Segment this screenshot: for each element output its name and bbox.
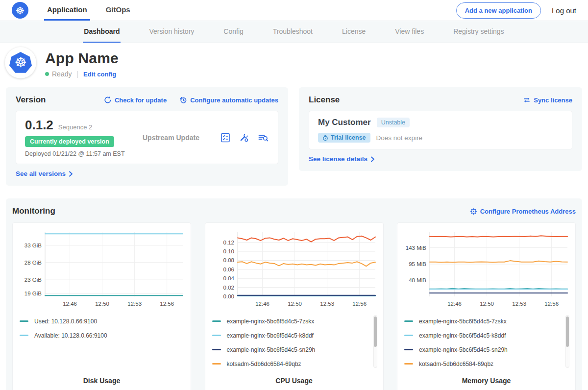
app-avatar: ☸ [5, 47, 36, 78]
legend-label: Used: 10.128.0.66:9100 [34, 318, 97, 325]
tab-gitops-label: GitOps [106, 5, 130, 14]
release-notes-icon[interactable] [220, 132, 231, 143]
svg-text:48 MiB: 48 MiB [409, 277, 426, 283]
check-for-update-link[interactable]: Check for update [104, 96, 167, 104]
svg-text:28 GiB: 28 GiB [24, 260, 42, 266]
subnav-view-files[interactable]: View files [394, 21, 425, 43]
version-card: Version Check for update [6, 87, 288, 186]
sync-license-link[interactable]: Sync license [523, 96, 572, 104]
legend-color-dash [404, 320, 413, 322]
legend-color-dash [212, 335, 221, 336]
memory-usage-panel: 143 MiB95 MiB48 MiB12:4612:5012:5312:56 … [397, 222, 576, 390]
legend-color-dash [404, 363, 413, 365]
svg-text:0.06: 0.06 [223, 267, 234, 272]
configure-automatic-updates-label: Configure automatic updates [190, 97, 278, 104]
add-application-button[interactable]: Add a new application [456, 2, 541, 19]
legend-item: example-nginx-5bc6f5d4c5-7zskx [404, 314, 568, 328]
legend-label: example-nginx-5bc6f5d4c5-k8ddf [227, 332, 314, 339]
legend-item: example-nginx-5bc6f5d4c5-k8ddf [404, 328, 568, 342]
svg-text:23 GiB: 23 GiB [24, 277, 42, 283]
kubernetes-logo-icon: ☸ [12, 2, 28, 19]
subnav-registry-settings[interactable]: Registry settings [452, 21, 505, 43]
view-logs-icon[interactable] [257, 132, 269, 143]
monitoring-card: Monitoring Configure Prometheus Address … [6, 198, 582, 390]
legend-item: example-nginx-5bc6f5d4c5-sn29h [212, 342, 376, 357]
chevron-right-icon [69, 171, 73, 177]
subnav-version-history[interactable]: Version history [148, 21, 195, 43]
license-card: License Sync license My Customer Unstabl… [299, 87, 582, 171]
preflight-checks-icon[interactable] [239, 132, 249, 143]
subnav-dashboard-label: Dashboard [84, 27, 120, 35]
legend-label: example-nginx-5bc6f5d4c5-7zskx [419, 318, 507, 325]
svg-text:143 MiB: 143 MiB [406, 245, 427, 251]
svg-text:12:46: 12:46 [447, 301, 462, 307]
disk-usage-legend: Used: 10.128.0.66:9100Available: 10.128.… [20, 314, 184, 372]
sync-icon [523, 96, 531, 104]
version-number: 0.1.2 [25, 118, 53, 133]
svg-text:0.00: 0.00 [223, 293, 234, 299]
legend-item: example-nginx-5bc6f5d4c5-k8ddf [212, 328, 376, 342]
stopwatch-icon [322, 135, 328, 141]
svg-text:33 GiB: 33 GiB [24, 243, 42, 248]
tab-application[interactable]: Application [44, 0, 90, 21]
svg-text:12:56: 12:56 [544, 301, 559, 307]
legend-color-dash [20, 335, 28, 336]
trial-license-label: Trial license [331, 134, 366, 141]
legend-color-dash [404, 335, 413, 336]
logout-button[interactable]: Log out [552, 6, 576, 15]
legend-item: kotsadm-5db6dc6584-69qbz [212, 357, 376, 371]
legend-color-dash [212, 349, 221, 350]
configure-prometheus-link[interactable]: Configure Prometheus Address [470, 208, 576, 215]
clock-refresh-icon [179, 96, 187, 104]
legend-scrollbar[interactable] [373, 315, 377, 368]
subnav-troubleshoot[interactable]: Troubleshoot [272, 21, 314, 43]
legend-label: Available: 10.128.0.66:9100 [34, 332, 107, 339]
divider: | [76, 70, 78, 78]
subnav-config[interactable]: Config [222, 21, 244, 43]
disk-usage-chart: 33 GiB28 GiB23 GiB19 GiB12:4612:5012:531… [20, 229, 185, 310]
legend-scrollbar[interactable] [565, 315, 569, 368]
page-title: App Name [45, 50, 119, 67]
subnav-version-history-label: Version history [149, 27, 194, 35]
legend-scrollbar-thumb[interactable] [566, 317, 569, 347]
tab-gitops[interactable]: GitOps [103, 0, 133, 21]
cpu-usage-title: CPU Usage [212, 372, 376, 385]
svg-text:12:50: 12:50 [288, 301, 302, 307]
memory-usage-legend: example-nginx-5bc6f5d4c5-7zskxexample-ng… [404, 314, 568, 372]
current-version-panel: 0.1.2 Sequence 2 Currently deployed vers… [16, 111, 278, 164]
subnav-config-label: Config [223, 27, 243, 35]
see-all-versions-link[interactable]: See all versions [16, 170, 73, 177]
version-card-title: Version [16, 95, 46, 105]
legend-item: kotsadm-5db6dc6584-69qbz [404, 357, 568, 371]
license-card-title: License [309, 95, 340, 105]
license-panel: My Customer Unstable Trial license Does … [309, 111, 572, 149]
kubernetes-app-icon: ☸ [9, 52, 32, 73]
legend-color-dash [404, 349, 413, 350]
subnav-troubleshoot-label: Troubleshoot [273, 27, 313, 35]
legend-color-dash [20, 320, 28, 322]
svg-text:12:53: 12:53 [127, 301, 142, 307]
svg-text:12:53: 12:53 [512, 301, 526, 307]
svg-text:12:46: 12:46 [63, 301, 77, 307]
monitoring-title: Monitoring [12, 206, 55, 216]
top-navbar: ☸ Application GitOps Add a new applicati… [0, 0, 588, 21]
see-license-details-label: See license details [309, 155, 368, 163]
spacer [146, 0, 456, 21]
subnav-dashboard[interactable]: Dashboard [83, 21, 121, 43]
see-license-details-link[interactable]: See license details [309, 155, 375, 163]
edit-config-link[interactable]: Edit config [83, 71, 116, 78]
configure-automatic-updates-link[interactable]: Configure automatic updates [179, 96, 278, 104]
see-all-versions-label: See all versions [16, 170, 66, 177]
subnav-view-files-label: View files [395, 27, 424, 35]
gear-icon [470, 208, 477, 215]
legend-scrollbar-thumb[interactable] [374, 317, 377, 347]
svg-text:95 MiB: 95 MiB [409, 261, 426, 267]
legend-label: kotsadm-5db6dc6584-69qbz [227, 361, 301, 367]
sequence-label: Sequence 2 [58, 123, 92, 131]
brand: ☸ [12, 0, 28, 21]
app-header: ☸ App Name Ready | Edit config [0, 43, 588, 84]
subnav-license[interactable]: License [341, 21, 367, 43]
app-subnav: Dashboard Version history Config Trouble… [0, 21, 588, 43]
legend-item: example-nginx-5bc6f5d4c5-sn29h [404, 342, 568, 357]
svg-text:12:46: 12:46 [255, 301, 270, 307]
